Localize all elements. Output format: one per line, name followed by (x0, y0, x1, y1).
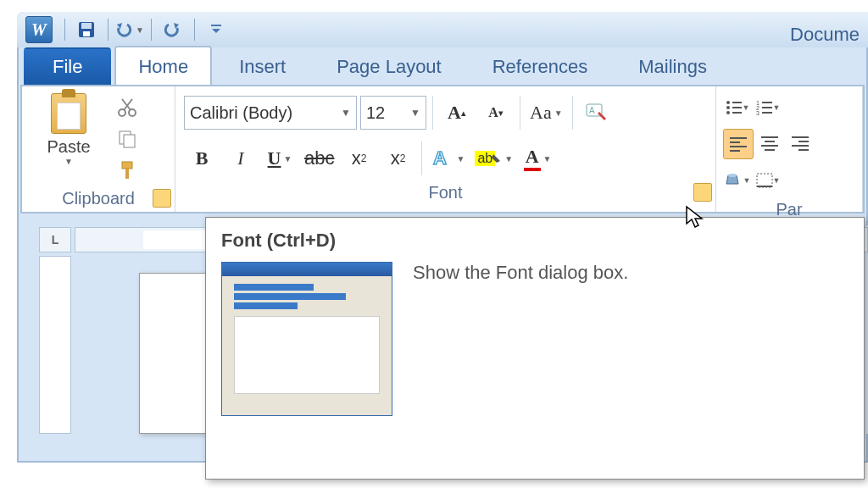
shrink-font-button[interactable]: A▾ (478, 97, 514, 129)
save-icon (77, 20, 96, 39)
window-title: Docume (790, 24, 860, 46)
scissors-icon (117, 97, 137, 118)
tooltip-title: Font (Ctrl+D) (221, 230, 849, 252)
change-case-button[interactable]: Aa▼ (526, 97, 566, 129)
svg-text:3: 3 (756, 110, 760, 116)
chevron-down-icon (210, 24, 222, 36)
word-logo[interactable]: W (25, 16, 53, 43)
underline-button[interactable]: U▼ (262, 142, 298, 175)
svg-rect-32 (792, 136, 809, 138)
font-family-combo[interactable]: Calibri (Body)▼ (184, 96, 357, 130)
text-effects-icon: A (431, 147, 453, 169)
superscript-button[interactable]: x2 (380, 142, 415, 175)
bullets-icon (726, 100, 743, 115)
tab-mailings[interactable]: Mailings (615, 46, 731, 85)
font-group: Calibri (Body)▼ 12▼ A▴ A▾ Aa▼ A B I U▼ a… (175, 86, 716, 212)
svg-rect-37 (757, 174, 772, 187)
svg-rect-17 (732, 112, 742, 114)
svg-rect-38 (757, 186, 772, 187)
tab-insert[interactable]: Insert (215, 46, 309, 85)
svg-rect-35 (798, 149, 809, 151)
bullets-button[interactable]: ▼ (723, 93, 752, 122)
align-left-button[interactable] (723, 129, 754, 159)
redo-button[interactable] (161, 18, 185, 42)
grow-font-button[interactable]: A▴ (439, 97, 475, 129)
redo-icon (164, 21, 182, 38)
align-center-icon (761, 136, 778, 150)
svg-point-36 (728, 174, 737, 177)
highlight-button[interactable]: ab▼ (471, 142, 516, 175)
font-color-button[interactable]: A▼ (520, 142, 555, 175)
svg-rect-21 (762, 107, 772, 108)
svg-rect-34 (792, 145, 809, 147)
svg-rect-15 (732, 107, 742, 108)
svg-rect-7 (124, 135, 135, 147)
paste-button[interactable]: Paste (47, 137, 90, 157)
svg-point-14 (726, 106, 730, 109)
svg-rect-3 (211, 25, 221, 26)
paragraph-group: ▼ 123▼ ▼ ▼ Par (716, 86, 863, 212)
tooltip-description: Show the Font dialog box. (413, 262, 628, 416)
subscript-button[interactable]: x2 (341, 142, 376, 175)
svg-rect-8 (122, 162, 132, 169)
vertical-ruler[interactable] (39, 256, 71, 434)
borders-icon (756, 173, 773, 188)
svg-rect-1 (81, 23, 92, 29)
svg-rect-2 (83, 31, 90, 36)
align-center-button[interactable] (755, 129, 784, 158)
ribbon: Paste ▼ Clipboard Calibri (Body)▼ 12▼ A▴… (20, 85, 865, 214)
tab-page-layout[interactable]: Page Layout (313, 46, 465, 85)
svg-rect-13 (732, 102, 742, 103)
ribbon-tabs: File Home Insert Page Layout References … (17, 47, 868, 85)
save-button[interactable] (75, 18, 98, 42)
svg-text:A: A (589, 106, 595, 115)
bold-button[interactable]: B (184, 142, 220, 175)
align-right-icon (792, 136, 809, 150)
svg-text:A: A (433, 147, 447, 169)
strikethrough-button[interactable]: abc (301, 142, 337, 175)
font-group-label: Font (181, 181, 710, 206)
svg-point-16 (726, 111, 730, 114)
eraser-icon: A (585, 103, 609, 123)
copy-button[interactable] (114, 125, 141, 152)
align-right-button[interactable] (786, 129, 815, 158)
highlighter-icon (492, 152, 502, 164)
svg-rect-27 (730, 150, 740, 152)
brush-icon (117, 160, 137, 180)
copy-icon (117, 129, 137, 149)
svg-rect-30 (761, 145, 778, 147)
tab-home[interactable]: Home (114, 46, 212, 85)
clipboard-group-label: Clipboard (27, 187, 170, 212)
font-launcher[interactable] (693, 183, 712, 202)
shading-button[interactable]: ▼ (723, 166, 752, 195)
bucket-icon (725, 172, 743, 189)
italic-button[interactable]: I (223, 142, 259, 175)
tab-references[interactable]: References (469, 46, 612, 85)
font-tooltip: Font (Ctrl+D) Show the Font dialog box. (205, 217, 865, 480)
font-size-combo[interactable]: 12▼ (360, 96, 426, 130)
svg-rect-23 (762, 112, 772, 114)
borders-button[interactable]: ▼ (754, 166, 782, 195)
ruler-corner[interactable]: L (39, 227, 71, 252)
svg-rect-26 (730, 146, 747, 147)
svg-rect-31 (765, 149, 775, 151)
format-painter-button[interactable] (114, 157, 141, 184)
numbering-button[interactable]: 123▼ (754, 93, 782, 122)
tab-file[interactable]: File (24, 47, 111, 85)
svg-rect-24 (730, 137, 747, 139)
quick-access-toolbar: W ▼ (17, 12, 868, 47)
svg-rect-29 (765, 141, 775, 142)
svg-rect-25 (730, 141, 740, 143)
svg-rect-33 (798, 141, 809, 142)
clipboard-launcher[interactable] (153, 189, 171, 208)
clear-formatting-button[interactable]: A (579, 97, 615, 129)
cut-button[interactable] (114, 94, 141, 121)
qat-customize-button[interactable] (204, 18, 228, 42)
undo-button[interactable]: ▼ (118, 18, 142, 42)
clipboard-group: Paste ▼ Clipboard (22, 86, 175, 212)
paste-icon (51, 93, 86, 134)
numbering-icon: 123 (756, 100, 773, 115)
text-effects-button[interactable]: A▼ (428, 142, 468, 175)
svg-rect-28 (761, 136, 778, 138)
tooltip-thumbnail (221, 262, 392, 416)
